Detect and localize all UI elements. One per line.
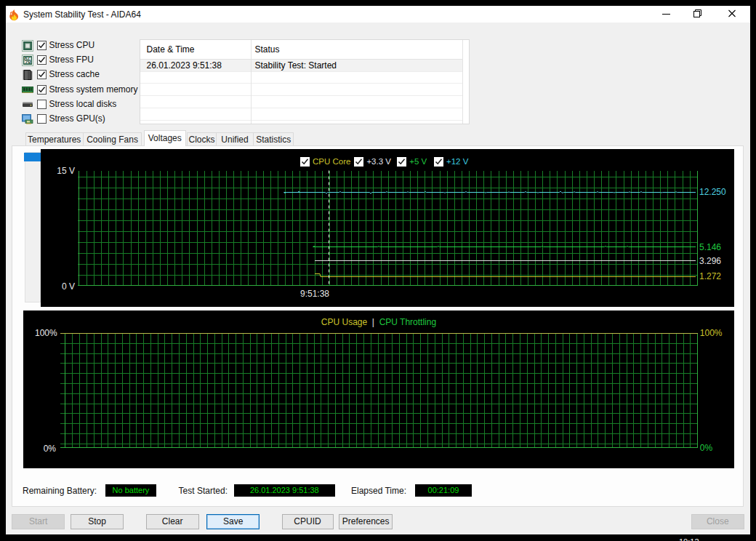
- svg-text:%: %: [25, 56, 31, 64]
